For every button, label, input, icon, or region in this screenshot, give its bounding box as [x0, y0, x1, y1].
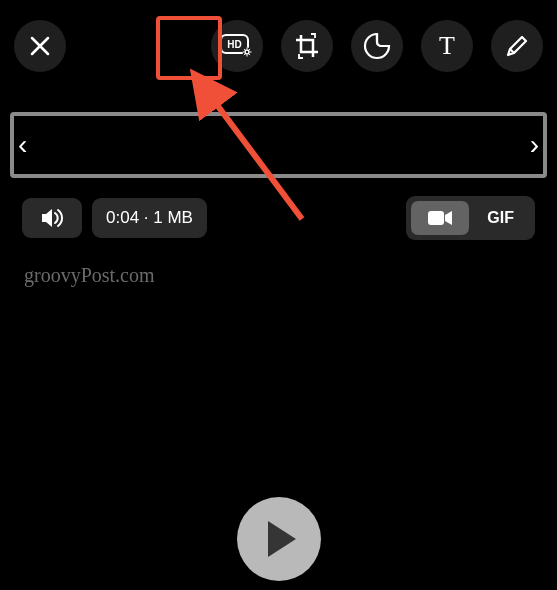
hd-quality-button[interactable]: HD — [211, 20, 263, 72]
hd-quality-icon: HD — [220, 34, 254, 58]
svg-line-13 — [510, 49, 514, 53]
play-icon — [268, 521, 296, 557]
video-meta-info: 0:04 · 1 MB — [92, 198, 207, 238]
trim-handle-right[interactable]: › — [530, 129, 539, 161]
speaker-icon — [40, 208, 64, 228]
crop-rotate-icon — [293, 32, 321, 60]
svg-rect-15 — [428, 211, 444, 225]
text-button[interactable]: T — [421, 20, 473, 72]
play-button[interactable] — [237, 497, 321, 581]
watermark-text: groovyPost.com — [0, 240, 557, 287]
format-toggle: GIF — [406, 196, 535, 240]
close-icon — [29, 35, 51, 57]
video-trim-track[interactable]: ‹ › — [10, 112, 547, 178]
svg-line-12 — [244, 54, 245, 55]
format-video-option[interactable] — [411, 201, 469, 235]
sound-toggle[interactable] — [22, 198, 82, 238]
editor-toolbar: HD T — [0, 0, 557, 72]
svg-line-9 — [244, 49, 245, 50]
crop-rotate-button[interactable] — [281, 20, 333, 72]
sticker-icon — [363, 32, 391, 60]
draw-icon — [504, 33, 530, 59]
svg-line-11 — [249, 49, 250, 50]
svg-text:HD: HD — [227, 39, 241, 50]
svg-line-10 — [249, 54, 250, 55]
info-row: 0:04 · 1 MB GIF — [0, 178, 557, 240]
sticker-button[interactable] — [351, 20, 403, 72]
format-gif-option[interactable]: GIF — [471, 201, 530, 235]
text-icon: T — [439, 31, 455, 61]
video-icon — [427, 209, 453, 227]
draw-button[interactable] — [491, 20, 543, 72]
trim-handle-left[interactable]: ‹ — [18, 129, 27, 161]
close-button[interactable] — [14, 20, 66, 72]
